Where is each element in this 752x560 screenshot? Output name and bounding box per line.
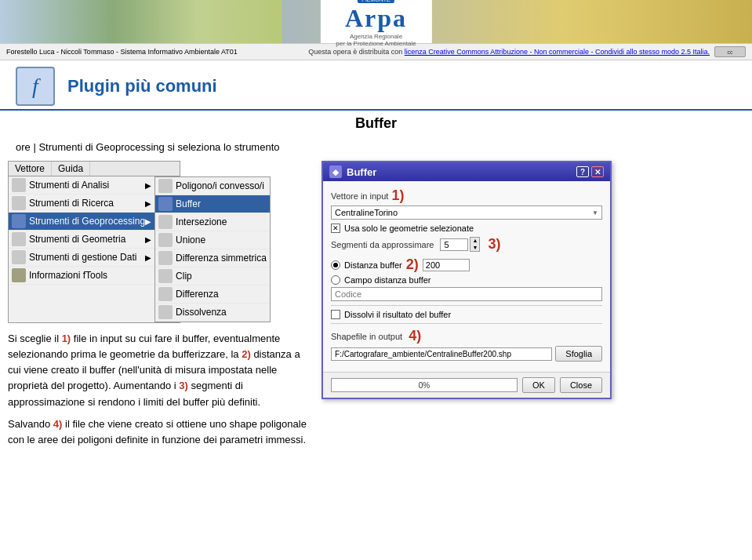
description-text: Si sceglie il 1) file in input su cui fa… xyxy=(8,331,314,448)
codice-input[interactable] xyxy=(331,287,602,301)
qgis-menu: Vettore Guida Strumenti di Analisi ▶ Str… xyxy=(8,161,180,323)
submenu-label-poligono: Poligono/i convesso/i xyxy=(176,180,264,191)
header-landscape-left xyxy=(0,0,282,43)
shapefile-label: Shapefile in output 4) xyxy=(331,328,602,344)
segmenti-up-arrow[interactable]: ▲ xyxy=(470,238,479,244)
segmenti-label-row: Segmenti da approssimare ▲ ▼ 3) xyxy=(331,236,602,253)
submenu-intersezione[interactable]: Intersezione xyxy=(155,213,270,231)
buffer-dialog-panel: ◆ Buffer ? ✕ Vettore in input 1) Central… xyxy=(322,161,744,448)
checkbox-geometrie-label: Usa solo le geometrie selezionate xyxy=(344,224,474,233)
menu-item-ricerca[interactable]: Strumenti di Ricerca ▶ xyxy=(9,195,154,213)
f-icon: f xyxy=(16,67,55,106)
buffer-icon xyxy=(158,197,173,211)
menu-item-dati[interactable]: Strumenti di gestione Dati ▶ xyxy=(9,249,154,267)
submenu-clip[interactable]: Clip xyxy=(155,267,270,285)
segmenti-input[interactable] xyxy=(440,238,468,251)
dati-icon xyxy=(12,250,26,264)
separator2 xyxy=(331,323,602,324)
sfoglia-button[interactable]: Sfoglia xyxy=(555,346,602,362)
submenu-label-clip: Clip xyxy=(176,271,192,282)
menu-label-dati: Strumenti di gestione Dati xyxy=(29,252,136,263)
arpa-logo-text: Arpa xyxy=(345,4,407,33)
submenu-differenza[interactable]: Differenza xyxy=(155,285,270,304)
distanza-input[interactable] xyxy=(423,259,470,271)
segmenti-row: Segmenti da approssimare ▲ ▼ 3) xyxy=(331,236,602,253)
menu-item-geometria[interactable]: Strumenti di Geometria ▶ xyxy=(9,231,154,249)
dati-arrow: ▶ xyxy=(145,253,151,262)
geoprocessing-icon xyxy=(12,214,26,228)
diff-simm-icon xyxy=(158,251,173,265)
dissolvi-checkbox[interactable] xyxy=(331,310,340,319)
intersezione-icon xyxy=(158,215,173,229)
segmenti-down-arrow[interactable]: ▼ xyxy=(470,245,479,251)
arpa-sub-line: Agenzia Regionale per la Protezione Ambi… xyxy=(336,33,416,47)
menubar-vettore[interactable]: Vettore xyxy=(9,162,52,176)
progress-bar: 0% xyxy=(331,378,518,392)
poligono-icon xyxy=(158,179,173,193)
desc-number1: 1) xyxy=(62,333,71,344)
progress-text: 0% xyxy=(419,381,430,390)
menu-item-geoprocessing[interactable]: Strumenti di Geoprocessing ▶ xyxy=(9,213,154,231)
codice-row xyxy=(331,287,602,301)
info-bar-left-text: Forestello Luca - Niccoli Tommaso - Sist… xyxy=(6,48,238,56)
desc-para1: Si sceglie il 1) file in input su cui fa… xyxy=(8,331,314,410)
dialog-close-button[interactable]: ✕ xyxy=(591,166,604,177)
segmenti-spinbox-arrows: ▲ ▼ xyxy=(470,237,480,252)
dialog-title-icon: ◆ xyxy=(329,165,342,178)
dialog-help-button[interactable]: ? xyxy=(576,166,589,177)
checkbox-geometrie[interactable]: ✕ xyxy=(331,224,340,233)
dissolvi-row[interactable]: Dissolvi il risultato del buffer xyxy=(331,310,602,319)
geoprocessing-arrow: ▶ xyxy=(145,217,151,226)
submenu-diff-simmetrica[interactable]: Differenza simmetrica xyxy=(155,249,270,267)
submenu-poligono[interactable]: Poligono/i convesso/i xyxy=(155,177,270,195)
header-center: PIEMONTE Arpa Agenzia Regionale per la P… xyxy=(320,0,431,43)
checkbox-geometrie-row[interactable]: ✕ Usa solo le geometrie selezionate xyxy=(331,224,602,233)
submenu-label-intersezione: Intersezione xyxy=(176,216,227,227)
analisi-icon xyxy=(12,178,26,192)
info-bar-right: Questa opera è distribuita con licenza C… xyxy=(308,46,746,57)
campo-radio[interactable] xyxy=(331,275,340,285)
segmenti-number: 3) xyxy=(488,236,500,253)
submenu-label-buffer: Buffer xyxy=(176,198,201,209)
desc-number3: 3) xyxy=(179,380,188,391)
distanza-number: 2) xyxy=(406,256,419,273)
geometria-icon xyxy=(12,232,26,246)
menu-label-ftools: Informazioni fTools xyxy=(29,270,107,281)
header: PIEMONTE Arpa Agenzia Regionale per la P… xyxy=(0,0,752,43)
cc-badge: cc xyxy=(714,46,746,57)
desc-number4: 4) xyxy=(53,418,63,430)
desc-number2: 2) xyxy=(242,348,251,360)
subtitle-rest: | Strumenti di Geoprocessing si selezion… xyxy=(31,141,280,153)
cc-link[interactable]: licenza Creative Commons Attribuzione - … xyxy=(405,48,710,56)
submenu-label-diff-simm: Differenza simmetrica xyxy=(176,253,267,264)
vettore-combo[interactable]: CentralineTorino ▼ xyxy=(331,205,602,220)
submenu-buffer[interactable]: Buffer xyxy=(155,195,270,213)
submenu-label-dissolvenza: Dissolvenza xyxy=(176,307,227,318)
title-section: f Plugin più comuni xyxy=(0,60,752,111)
submenu-label-differenza: Differenza xyxy=(176,289,218,300)
close-dialog-button[interactable]: Close xyxy=(560,377,602,393)
two-panel: Vettore Guida Strumenti di Analisi ▶ Str… xyxy=(0,158,752,451)
campo-label: Campo distanza buffer xyxy=(344,275,430,285)
submenu-label-unione: Unione xyxy=(176,235,205,245)
subtitle-bar: ore | Strumenti di Geoprocessing si sele… xyxy=(0,136,752,158)
menu-label-geoprocessing: Strumenti di Geoprocessing xyxy=(29,216,145,227)
submenu-unione[interactable]: Unione xyxy=(155,231,270,249)
distanza-radio-row: Distanza buffer 2) xyxy=(331,256,602,273)
menubar-guida[interactable]: Guida xyxy=(52,162,90,176)
dissolvi-label: Dissolvi il risultato del buffer xyxy=(344,310,451,319)
vettore-row: Vettore in input 1) CentralineTorino ▼ xyxy=(331,187,602,220)
ok-button[interactable]: OK xyxy=(522,377,555,393)
menu-item-ftools[interactable]: Informazioni fTools xyxy=(9,267,154,285)
clip-icon xyxy=(158,269,173,283)
vettore-label: Vettore in input 1) xyxy=(331,187,602,204)
qgis-menu-panel: Vettore Guida Strumenti di Analisi ▶ Str… xyxy=(8,161,314,448)
distanza-radio[interactable] xyxy=(331,260,340,270)
segmenti-spinbox-row: ▲ ▼ xyxy=(440,237,480,252)
menu-label-geometria: Strumenti di Geometria xyxy=(29,234,125,245)
shapefile-input[interactable] xyxy=(331,347,552,361)
shapefile-input-row: Sfoglia xyxy=(331,346,602,362)
menu-item-analisi[interactable]: Strumenti di Analisi ▶ xyxy=(9,176,154,195)
submenu-dissolvenza[interactable]: Dissolvenza xyxy=(155,304,270,322)
unione-icon xyxy=(158,233,173,247)
